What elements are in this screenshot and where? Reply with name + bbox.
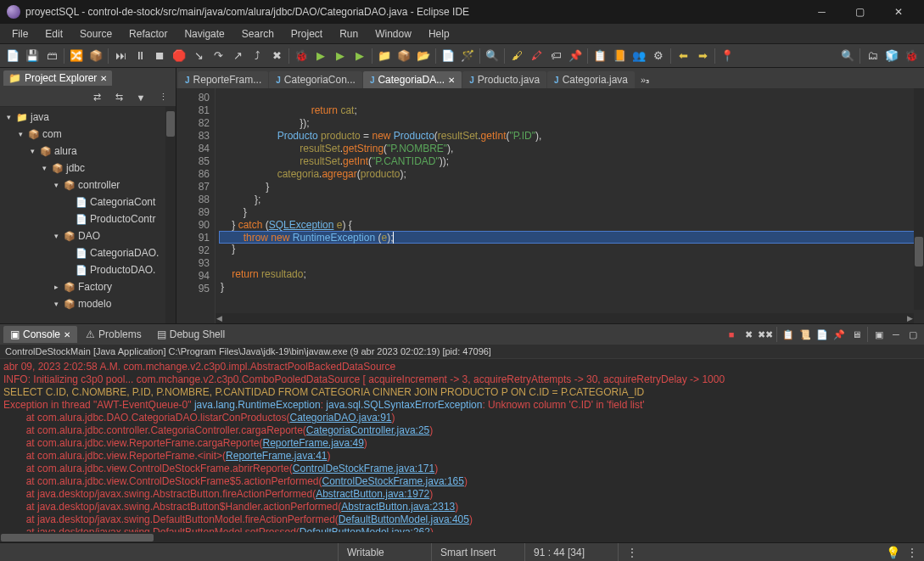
pin2-icon[interactable]: 📍 bbox=[718, 47, 736, 65]
resume-icon[interactable]: ⤴ bbox=[248, 47, 266, 65]
tree-item[interactable]: ▾📦controller bbox=[0, 177, 176, 194]
newclass-icon[interactable]: 📁 bbox=[375, 47, 394, 65]
filter-icon[interactable]: ▼ bbox=[132, 88, 150, 107]
tab-overflow[interactable]: »₃ bbox=[636, 72, 654, 88]
open-console-icon[interactable]: ▣ bbox=[871, 327, 887, 342]
project-tree[interactable]: ▾📁java▾📦com▾📦alura▾📦jdbc▾📦controller 📄Ca… bbox=[0, 107, 176, 323]
chevron-icon[interactable]: ▾ bbox=[27, 147, 37, 155]
chevron-icon[interactable]: ▾ bbox=[51, 300, 61, 308]
code-content[interactable]: return cat; }); Producto producto = new … bbox=[216, 88, 924, 323]
link-icon[interactable]: ⇆ bbox=[109, 88, 128, 107]
menu-edit[interactable]: Edit bbox=[36, 25, 71, 43]
menu-icon[interactable]: ⋮ bbox=[154, 88, 172, 107]
min-icon[interactable]: ─ bbox=[888, 327, 904, 342]
back-icon[interactable]: ⬅ bbox=[674, 47, 692, 65]
skip-icon[interactable]: ⏭ bbox=[111, 47, 130, 65]
run-icon[interactable]: ▶ bbox=[311, 47, 330, 65]
debug-icon[interactable]: 🐞 bbox=[292, 47, 311, 65]
display-icon[interactable]: 🖥 bbox=[848, 327, 864, 342]
tree-item[interactable]: 📄ProductoContr bbox=[0, 210, 176, 227]
save-icon[interactable]: 💾 bbox=[23, 47, 42, 65]
bottom-tab-console[interactable]: ▣Console✕ bbox=[3, 326, 77, 343]
stepinto-icon[interactable]: ↘ bbox=[189, 47, 208, 65]
bottom-tab-debug-shell[interactable]: ▤Debug Shell bbox=[150, 326, 232, 343]
disconnect-icon[interactable]: 🛑 bbox=[170, 47, 188, 65]
menu-source[interactable]: Source bbox=[71, 25, 120, 43]
pause-icon[interactable]: ⏸ bbox=[131, 47, 149, 65]
tree-item[interactable]: 📄CategoriaDAO. bbox=[0, 244, 176, 261]
clear-icon[interactable]: 📋 bbox=[781, 327, 796, 342]
editor-scrollbar-h[interactable]: ◀▶ bbox=[216, 313, 914, 323]
task-icon[interactable]: 📋 bbox=[591, 47, 609, 65]
console-body[interactable]: abr 09, 2023 2:02:58 A.M. com.mchange.v2… bbox=[0, 359, 924, 542]
menu-navigate[interactable]: Navigate bbox=[176, 25, 232, 43]
remove-icon[interactable]: ✖ bbox=[741, 327, 756, 342]
gear-icon[interactable]: ⚙ bbox=[649, 47, 668, 65]
chevron-icon[interactable]: ▾ bbox=[3, 113, 14, 121]
close-icon[interactable]: ✕ bbox=[64, 330, 70, 339]
editor-tab[interactable]: JProducto.java bbox=[462, 71, 546, 88]
tree-item[interactable]: ▾📦jdbc bbox=[0, 160, 176, 177]
search-toolbar-icon[interactable]: 🔍 bbox=[838, 47, 857, 65]
maximize-button[interactable]: ▢ bbox=[841, 0, 879, 24]
tree-item[interactable]: ▾📦DAO bbox=[0, 227, 176, 244]
console-scrollbar-h[interactable] bbox=[0, 532, 914, 542]
tag-icon[interactable]: 🏷 bbox=[546, 47, 565, 65]
editor-tab[interactable]: JCategoria.java bbox=[547, 71, 635, 88]
pin-icon[interactable]: 📌 bbox=[566, 47, 585, 65]
chevron-icon[interactable]: ▾ bbox=[39, 164, 49, 172]
wrap-icon[interactable]: 📄 bbox=[815, 327, 830, 342]
chevron-icon[interactable]: ▾ bbox=[51, 232, 61, 240]
paint-icon[interactable]: 🖌 bbox=[507, 47, 526, 65]
debug-perspective-icon[interactable]: 🐞 bbox=[902, 47, 921, 65]
terminate-icon[interactable]: ✖ bbox=[267, 47, 286, 65]
console-scrollbar-v[interactable] bbox=[914, 359, 924, 532]
newpackage-icon[interactable]: 📦 bbox=[395, 47, 413, 65]
chevron-icon[interactable]: ▾ bbox=[51, 181, 61, 189]
editor-tab[interactable]: JCategoriaCon... bbox=[269, 71, 362, 88]
search2-icon[interactable]: 🔍 bbox=[483, 47, 501, 65]
new-icon[interactable]: 📄 bbox=[3, 47, 22, 65]
perspective-icon[interactable]: 🗂 bbox=[863, 47, 882, 65]
forward-icon[interactable]: ➡ bbox=[693, 47, 712, 65]
stepout-icon[interactable]: ↗ bbox=[228, 47, 247, 65]
chevron-icon[interactable]: ▾ bbox=[15, 130, 25, 138]
tree-item[interactable]: 📄CategoriaCont bbox=[0, 194, 176, 210]
tree-item[interactable]: 📄ProductoDAO. bbox=[0, 261, 176, 278]
menu-help[interactable]: Help bbox=[420, 25, 458, 43]
close-icon[interactable]: ✕ bbox=[448, 76, 455, 85]
java-perspective-icon[interactable]: 🧊 bbox=[882, 47, 901, 65]
toggle-icon[interactable]: 🔀 bbox=[67, 47, 86, 65]
collapse-icon[interactable]: ⇄ bbox=[87, 88, 106, 107]
wand-icon[interactable]: 🪄 bbox=[458, 47, 477, 65]
people-icon[interactable]: 👥 bbox=[630, 47, 648, 65]
close-button[interactable]: ✕ bbox=[879, 0, 917, 24]
menu-search[interactable]: Search bbox=[233, 25, 283, 43]
menu-project[interactable]: Project bbox=[283, 25, 331, 43]
editor-tab[interactable]: JCategoriaDA...✕ bbox=[363, 71, 462, 88]
scroll-lock-icon[interactable]: 📜 bbox=[798, 327, 813, 342]
tree-item[interactable]: ▾📦modelo bbox=[0, 295, 176, 312]
menu-file[interactable]: File bbox=[3, 25, 36, 43]
tip-icon[interactable]: 💡 bbox=[886, 546, 900, 559]
coverage-icon[interactable]: ▶ bbox=[331, 47, 350, 65]
pin-console-icon[interactable]: 📌 bbox=[832, 327, 847, 342]
book-icon[interactable]: 📙 bbox=[610, 47, 629, 65]
saveall-icon[interactable]: 🗃 bbox=[42, 47, 61, 65]
scrollbar-v[interactable] bbox=[165, 107, 176, 323]
stepover-icon[interactable]: ↷ bbox=[209, 47, 227, 65]
close-icon[interactable]: ✕ bbox=[100, 74, 107, 83]
chevron-icon[interactable]: ▸ bbox=[51, 283, 61, 291]
terminate-button[interactable]: ■ bbox=[724, 327, 739, 342]
tree-item[interactable]: ▾📦alura bbox=[0, 143, 176, 160]
runlast-icon[interactable]: ▶ bbox=[350, 47, 369, 65]
tree-item[interactable]: ▸📦Factory bbox=[0, 278, 176, 295]
max-icon[interactable]: ▢ bbox=[905, 327, 921, 342]
tree-item[interactable]: ▾📁java bbox=[0, 109, 176, 126]
menu-run[interactable]: Run bbox=[331, 25, 367, 43]
minimize-button[interactable]: ─ bbox=[803, 0, 841, 24]
stop-icon[interactable]: ⏹ bbox=[150, 47, 169, 65]
openclass-icon[interactable]: 📂 bbox=[414, 47, 433, 65]
editor-body[interactable]: 80818283848586878889909192939495 return … bbox=[176, 88, 924, 323]
bottom-tab-problems[interactable]: ⚠Problems bbox=[79, 326, 148, 343]
